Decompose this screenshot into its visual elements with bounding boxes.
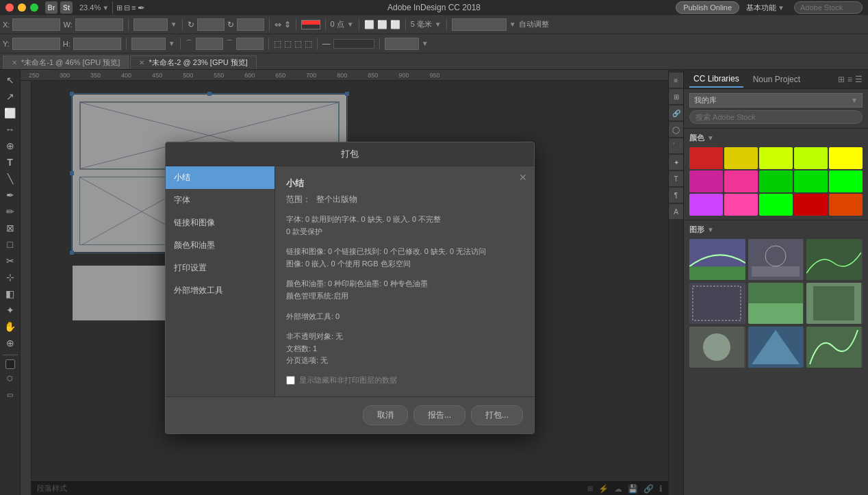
stock-search-input[interactable]: [794, 1, 863, 14]
list-view-icon[interactable]: ≡: [847, 75, 852, 84]
grid-view-icon[interactable]: ⊞: [838, 75, 845, 84]
free-transform-tool[interactable]: ⊹: [3, 270, 18, 285]
align-dropdown[interactable]: ▼: [509, 21, 516, 28]
library-dropdown[interactable]: 我的库 ▼: [689, 93, 863, 107]
links-icon[interactable]: 🔗: [669, 105, 684, 120]
flip-h-icon[interactable]: ⇔: [275, 20, 281, 29]
selection-tool[interactable]: ↖: [3, 73, 18, 88]
sidebar-item-5[interactable]: 外部增效工具: [166, 279, 275, 302]
color-swatch-3[interactable]: [794, 147, 828, 169]
shape-thumb-7[interactable]: [748, 327, 804, 368]
align-left-icon[interactable]: ⬜: [364, 20, 374, 29]
shape-thumb-5[interactable]: [806, 283, 863, 324]
tab-0[interactable]: ✕ *未命名-1 @ 46% [GPU 预览]: [3, 55, 129, 69]
color-swatch-11[interactable]: [724, 194, 758, 216]
align-input[interactable]: [452, 18, 507, 31]
scale-h-input[interactable]: [131, 38, 166, 50]
tab-0-close[interactable]: ✕: [12, 59, 17, 66]
shape-thumb-6[interactable]: [689, 327, 745, 368]
br-icon[interactable]: Br: [45, 1, 58, 14]
shapes-section-expand[interactable]: ▼: [707, 226, 714, 233]
w-input[interactable]: [75, 18, 123, 31]
frame-icon4[interactable]: ⬚: [305, 39, 312, 49]
noun-project-tab[interactable]: Noun Project: [749, 72, 804, 87]
frame-icon3[interactable]: ⬚: [294, 39, 302, 49]
tab-1-close[interactable]: ✕: [139, 59, 144, 66]
align-center-icon[interactable]: ⬜: [377, 20, 387, 29]
pencil-tool[interactable]: ✏: [3, 204, 18, 219]
zoom-tool[interactable]: ⊕: [3, 335, 18, 351]
scissors-tool[interactable]: ✂: [3, 253, 18, 268]
gap-tool[interactable]: ↔: [3, 122, 18, 137]
cc-libraries-tab[interactable]: CC Libraries: [689, 71, 743, 88]
angle1-input[interactable]: [197, 18, 225, 31]
color-swatch-10[interactable]: [689, 194, 723, 216]
color-section-expand[interactable]: ▼: [707, 134, 714, 142]
color-box-fg[interactable]: [5, 359, 15, 369]
pct2-dropdown[interactable]: ▼: [422, 40, 429, 47]
hand-tool[interactable]: ✋: [3, 319, 18, 334]
shape-thumb-0[interactable]: [689, 239, 745, 280]
line-tool[interactable]: ╲: [3, 171, 18, 186]
color-swatch-1[interactable]: [724, 147, 758, 169]
sidebar-item-4[interactable]: 打印设置: [166, 257, 275, 279]
color-swatch-4[interactable]: [829, 147, 863, 169]
show-hidden-layers-checkbox[interactable]: [286, 376, 295, 385]
character-icon[interactable]: A: [669, 204, 684, 219]
stroke-panel-icon[interactable]: ◯: [669, 122, 684, 137]
rect-frame-tool[interactable]: ⊠: [3, 220, 18, 236]
layout-icon1[interactable]: ⊞: [116, 3, 123, 12]
layout-icon2[interactable]: ⊟: [124, 3, 130, 12]
shape-thumb-8[interactable]: [806, 327, 863, 368]
maximize-traffic-light[interactable]: [30, 3, 38, 12]
scale-dropdown[interactable]: ▼: [168, 40, 175, 47]
flip-v-icon[interactable]: ⇕: [284, 20, 291, 29]
report-button[interactable]: 报告...: [413, 405, 465, 425]
gradient-tool[interactable]: ◧: [3, 286, 18, 301]
modes-icon[interactable]: ⬡: [3, 370, 18, 385]
layout-icon3[interactable]: ≡: [131, 3, 136, 12]
shear-input[interactable]: [196, 38, 223, 50]
color-swatch-7[interactable]: [759, 170, 793, 192]
zoom-dropdown-icon[interactable]: ▼: [102, 4, 109, 12]
color-swatch-2[interactable]: [759, 147, 793, 169]
color-swatch-13[interactable]: [794, 194, 828, 216]
shape-thumb-3[interactable]: [689, 283, 745, 324]
color-swatch-0[interactable]: [689, 147, 723, 169]
pen-icon[interactable]: ✒: [138, 3, 145, 13]
properties-icon[interactable]: ≡: [669, 73, 684, 88]
cancel-button[interactable]: 取消: [363, 405, 408, 425]
pct2-input[interactable]: [385, 38, 419, 50]
direct-select-tool[interactable]: ↗: [3, 89, 18, 104]
package-button[interactable]: 打包...: [471, 405, 523, 425]
mm-dropdown[interactable]: ▼: [435, 21, 442, 28]
layers-icon[interactable]: ⊞: [669, 89, 684, 104]
pen-tool[interactable]: ✒: [3, 188, 18, 203]
text-wrap-icon[interactable]: T: [669, 171, 684, 186]
panel-menu-icon[interactable]: ☰: [855, 75, 863, 84]
stroke-style-box[interactable]: [333, 39, 374, 49]
sidebar-item-1[interactable]: 字体: [166, 189, 275, 212]
library-search-input[interactable]: [689, 110, 863, 124]
color-swatch-8[interactable]: [794, 170, 828, 192]
screen-mode-icon[interactable]: ▭: [3, 387, 18, 402]
shape-thumb-1[interactable]: [748, 239, 804, 280]
minimize-traffic-light[interactable]: [18, 3, 26, 12]
frame-icon1[interactable]: ⬚: [274, 39, 281, 49]
angle2-input[interactable]: [237, 18, 264, 31]
rect-tool[interactable]: □: [3, 237, 18, 252]
pct-dropdown[interactable]: ▼: [170, 21, 177, 28]
color-swatch-5[interactable]: [689, 170, 723, 192]
swatches-icon[interactable]: ⬛: [669, 138, 684, 153]
type-tool[interactable]: T: [3, 155, 18, 170]
sidebar-item-3[interactable]: 颜色和油墨: [166, 234, 275, 257]
sidebar-item-2[interactable]: 链接和图像: [166, 212, 275, 234]
stroke-color-box[interactable]: [301, 20, 320, 29]
frame-icon2[interactable]: ⬚: [284, 39, 292, 49]
tab-1[interactable]: ✕ *未命名-2 @ 23% [GPU 预览]: [130, 55, 256, 69]
pt-dropdown[interactable]: ▼: [347, 21, 354, 28]
color-swatch-6[interactable]: [724, 170, 758, 192]
x-input[interactable]: [12, 18, 60, 31]
close-traffic-light[interactable]: [5, 3, 14, 12]
basic-func-dropdown[interactable]: ▼: [778, 4, 784, 12]
